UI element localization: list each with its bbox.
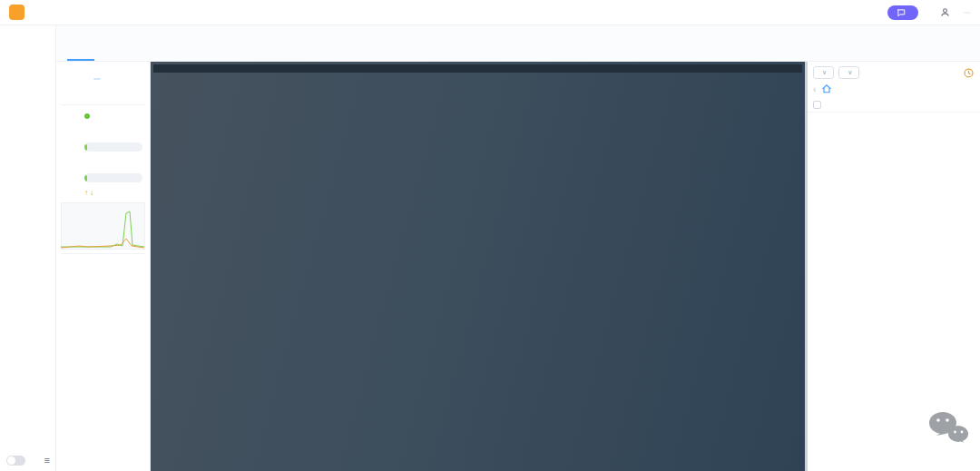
upload-speed: ↑: [84, 188, 88, 198]
network-graph: [61, 202, 145, 250]
terminal[interactable]: [151, 62, 805, 471]
session-tab[interactable]: [67, 49, 94, 61]
home-icon[interactable]: [821, 83, 832, 94]
memory-progress-bar: [84, 142, 142, 152]
copy-ip-button[interactable]: [93, 78, 101, 80]
host-info-panel: ↑ ↓: [56, 62, 151, 471]
upload-button[interactable]: ∨: [813, 66, 834, 79]
tabbar: [56, 43, 980, 62]
glances-title-bar: [153, 64, 802, 73]
plan-badge: [964, 12, 971, 14]
memory-row: [61, 139, 145, 154]
network-row: ↑ ↓: [61, 185, 145, 201]
online-row: [61, 86, 145, 102]
glances-alert-line: [153, 93, 805, 100]
file-panel: ∨ ∨ ‹: [808, 62, 980, 471]
menubar: [56, 25, 980, 43]
file-table-header: [808, 98, 980, 113]
easynode-logo-icon: [9, 5, 24, 20]
session-status-dot: [74, 51, 80, 56]
app-header: [0, 0, 980, 25]
sidebar-toggle-switch[interactable]: [6, 456, 25, 466]
new-button[interactable]: ∨: [838, 66, 859, 79]
chat-bubble-icon: [897, 8, 906, 17]
disk-row: [61, 170, 145, 185]
sidebar: ≡: [0, 25, 56, 471]
user-menu[interactable]: [940, 7, 953, 17]
ai-chat-button[interactable]: [887, 5, 918, 20]
disk-progress-bar: [84, 173, 142, 182]
cpu-row: [61, 108, 145, 123]
swap-row: [61, 154, 145, 170]
back-icon[interactable]: ‹: [813, 84, 816, 94]
load-row: [61, 123, 145, 139]
cpu-status-dot: [84, 113, 90, 119]
host-row: [61, 71, 145, 86]
collapse-menu-icon[interactable]: ≡: [44, 456, 50, 466]
user-icon: [940, 7, 950, 17]
select-all-checkbox[interactable]: [813, 101, 821, 109]
download-speed: ↓: [90, 188, 93, 198]
history-icon[interactable]: [963, 67, 975, 79]
